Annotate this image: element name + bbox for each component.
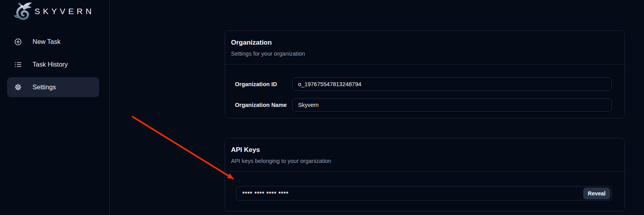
sidebar-item-new-task[interactable]: New Task (7, 32, 99, 52)
reveal-button[interactable]: Reveal (583, 188, 610, 199)
organization-card: Organization Settings for your organizat… (225, 31, 625, 118)
organization-id-input[interactable] (292, 78, 612, 91)
organization-card-subtitle: Settings for your organization (231, 50, 619, 58)
dragon-logo (12, 1, 35, 22)
api-keys-card-header: API Keys API keys belonging to your orga… (225, 138, 624, 172)
organization-card-content: Organization ID Organization Name (225, 65, 624, 112)
app-window: SKYVERN New Task Task History (0, 0, 644, 215)
organization-name-input[interactable] (292, 98, 612, 112)
brand-wordmark: SKYVERN (35, 7, 95, 16)
organization-id-row: Organization ID (235, 78, 612, 91)
sidebar-item-label: New Task (33, 38, 60, 45)
organization-name-label: Organization Name (235, 102, 287, 108)
api-keys-card-subtitle: API keys belonging to your organization (231, 157, 619, 165)
api-key-masked-input[interactable] (236, 186, 612, 201)
organization-card-header: Organization Settings for your organizat… (225, 31, 624, 65)
sidebar-item-label: Settings (33, 83, 56, 91)
organization-card-title: Organization (231, 38, 619, 47)
organization-name-row: Organization Name (235, 98, 612, 112)
sidebar-item-label: Task History (33, 61, 68, 68)
plus-circle-icon (14, 38, 22, 46)
gear-icon (14, 83, 22, 91)
brand: SKYVERN (12, 1, 35, 22)
sidebar-item-task-history[interactable]: Task History (7, 54, 99, 74)
sidebar: SKYVERN New Task Task History (0, 0, 110, 215)
api-key-field: Reveal (236, 186, 612, 201)
list-icon (14, 61, 22, 69)
sidebar-item-settings[interactable]: Settings (7, 77, 99, 97)
api-keys-card: API Keys API keys belonging to your orga… (225, 138, 625, 211)
api-keys-card-title: API Keys (231, 145, 619, 155)
organization-id-label: Organization ID (235, 81, 287, 87)
api-keys-card-content: Reveal (225, 172, 624, 201)
